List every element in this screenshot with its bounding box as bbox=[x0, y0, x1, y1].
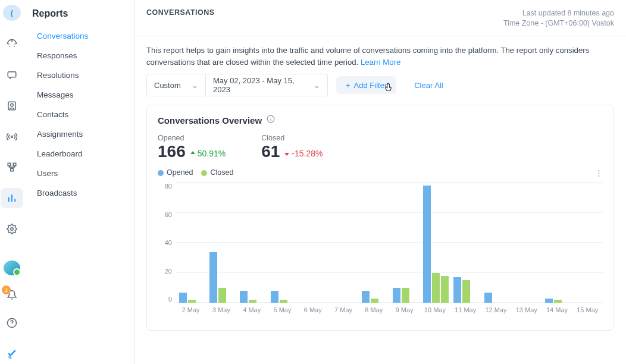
chart-menu-icon[interactable]: ⋮ bbox=[595, 168, 603, 177]
workspace-avatar[interactable]: ( bbox=[3, 5, 21, 21]
sidebar-item-resolutions[interactable]: Resolutions bbox=[24, 65, 134, 85]
page-title: CONVERSATIONS bbox=[146, 8, 215, 17]
date-range-select[interactable]: May 02, 2023 - May 15, 2023 ⌄ bbox=[206, 74, 328, 96]
bar-chart: 806040200 2 May3 May4 May5 May6 May7 May… bbox=[158, 183, 603, 319]
broadcast-icon[interactable] bbox=[1, 127, 23, 147]
reports-icon[interactable] bbox=[1, 188, 23, 208]
dashboard-icon[interactable] bbox=[1, 34, 23, 54]
svg-rect-0 bbox=[8, 71, 16, 77]
card-title: Conversations Overview bbox=[158, 115, 262, 125]
notifications-icon[interactable]: 2 bbox=[4, 287, 20, 302]
sidebar-item-assignments[interactable]: Assignments bbox=[24, 124, 134, 144]
svg-rect-5 bbox=[13, 164, 16, 167]
svg-point-7 bbox=[11, 228, 14, 231]
range-type-select[interactable]: Custom ⌄ bbox=[146, 74, 206, 96]
closed-value: 61 bbox=[261, 142, 280, 161]
nav-rail: ( 2 bbox=[0, 0, 24, 364]
chevron-down-icon: ⌄ bbox=[314, 81, 320, 90]
sidebar-item-conversations[interactable]: Conversations bbox=[24, 26, 134, 46]
legend-opened: Opened bbox=[158, 168, 193, 177]
learn-more-link[interactable]: Learn More bbox=[361, 58, 400, 67]
clear-all-button[interactable]: Clear All bbox=[414, 81, 443, 90]
opened-trend: 50.91% bbox=[189, 149, 226, 158]
sidebar-title: Reports bbox=[24, 8, 134, 26]
messages-icon[interactable] bbox=[1, 65, 23, 85]
settings-icon[interactable] bbox=[1, 219, 23, 239]
opened-label: Opened bbox=[158, 134, 226, 142]
last-updated: Last updated 8 minutes ago bbox=[503, 8, 614, 18]
svg-point-2 bbox=[11, 103, 14, 106]
legend-closed: Closed bbox=[201, 168, 233, 177]
svg-point-3 bbox=[11, 136, 13, 137]
contacts-icon[interactable] bbox=[1, 96, 23, 116]
sidebar-item-leaderboard[interactable]: Leaderboard bbox=[24, 144, 134, 164]
sidebar-item-users[interactable]: Users bbox=[24, 164, 134, 183]
app-logo-icon[interactable] bbox=[1, 344, 23, 364]
report-description: This report helps to gain insights into … bbox=[134, 36, 622, 74]
help-icon[interactable] bbox=[1, 313, 23, 333]
sidebar-item-messages[interactable]: Messages bbox=[24, 85, 134, 105]
closed-trend: -15.28% bbox=[283, 149, 323, 158]
svg-rect-6 bbox=[11, 169, 14, 172]
sidebar-item-contacts[interactable]: Contacts bbox=[24, 105, 134, 124]
plus-icon: + bbox=[346, 81, 350, 90]
sidebar-item-responses[interactable]: Responses bbox=[24, 46, 134, 65]
user-avatar[interactable] bbox=[4, 261, 20, 275]
sidebar-item-broadcasts[interactable]: Broadcasts bbox=[24, 183, 134, 203]
chevron-down-icon: ⌄ bbox=[192, 81, 198, 90]
svg-rect-4 bbox=[8, 164, 11, 167]
opened-value: 166 bbox=[158, 142, 186, 161]
closed-label: Closed bbox=[261, 134, 323, 142]
overview-card: Conversations Overview Opened 166 50.91%… bbox=[146, 105, 614, 331]
workflow-icon[interactable] bbox=[1, 157, 23, 177]
reports-sidebar: Reports Conversations Responses Resoluti… bbox=[24, 0, 134, 364]
timezone: Time Zone - (GMT+06:00) Vostok bbox=[503, 18, 614, 29]
info-icon[interactable] bbox=[267, 115, 275, 125]
main-content: CONVERSATIONS Last updated 8 minutes ago… bbox=[134, 0, 626, 364]
cursor-pointer-icon bbox=[383, 81, 394, 96]
